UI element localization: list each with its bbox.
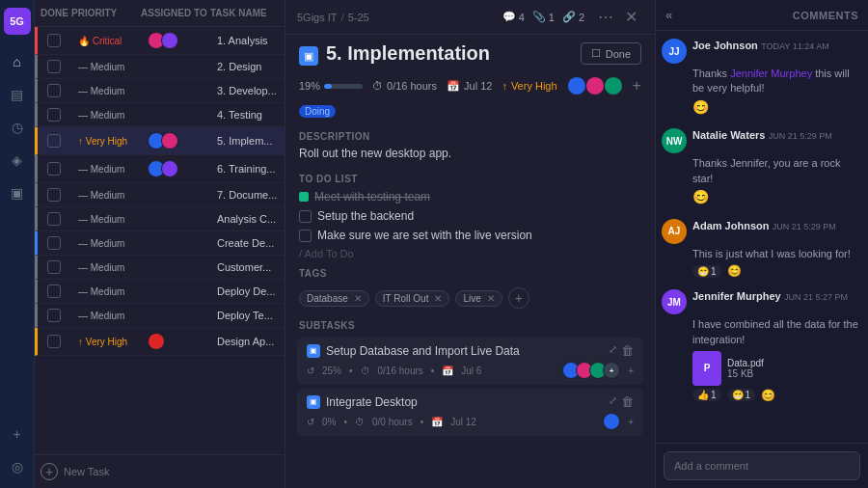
task-done-checkbox[interactable] bbox=[47, 188, 61, 202]
task-done-checkbox[interactable] bbox=[47, 212, 61, 226]
comment-author: Natalie Waters bbox=[692, 129, 765, 141]
task-done-checkbox[interactable] bbox=[47, 60, 61, 73]
assignees-meta[interactable] bbox=[567, 76, 623, 95]
task-done-checkbox[interactable] bbox=[47, 285, 61, 298]
links-action[interactable]: 🔗 2 bbox=[562, 11, 584, 23]
comment-mention[interactable]: Jennifer Murphey bbox=[730, 68, 812, 79]
task-done-checkbox[interactable] bbox=[47, 260, 61, 274]
subtask-add-assignee[interactable]: + bbox=[628, 417, 634, 427]
task-done-checkbox[interactable] bbox=[47, 309, 61, 322]
reaction-badge[interactable]: 👍1 bbox=[692, 389, 721, 401]
task-row[interactable]: — Medium Deploy De... bbox=[35, 280, 285, 304]
task-row[interactable]: — Medium 2. Design bbox=[35, 55, 285, 79]
done-checkbox-icon: ☐ bbox=[591, 47, 601, 60]
task-done-checkbox[interactable] bbox=[47, 84, 61, 97]
description-label: DESCRIPTION bbox=[285, 125, 655, 145]
todo-checkbox[interactable] bbox=[299, 230, 312, 242]
subtasks-label: SUBTASKS bbox=[285, 314, 655, 334]
priority-label: Very High bbox=[511, 80, 557, 92]
comment-emoji[interactable]: 😊 bbox=[692, 98, 862, 118]
task-done-checkbox[interactable] bbox=[47, 335, 61, 348]
tag-remove-icon[interactable]: ✕ bbox=[354, 293, 362, 304]
users-icon[interactable]: ◈ bbox=[4, 147, 31, 174]
todo-label: TO DO LIST bbox=[285, 168, 655, 187]
task-row[interactable]: — Medium 4. Testing bbox=[35, 103, 285, 127]
user-profile-icon[interactable]: ◎ bbox=[4, 453, 31, 480]
subtask-title[interactable]: Integrate Desktop bbox=[326, 395, 418, 409]
comment-text: Thanks Jennifer, you are a rock star! bbox=[692, 157, 840, 183]
reaction-badge[interactable]: 😁1 bbox=[727, 389, 756, 401]
reaction-icon[interactable]: 😊 bbox=[727, 264, 742, 278]
task-row[interactable]: ↑ Very High Design Ap... bbox=[35, 328, 285, 356]
tag-chip[interactable]: Live✕ bbox=[455, 290, 502, 307]
add-tag-button[interactable]: + bbox=[508, 287, 529, 309]
task-name: 5. Implem... bbox=[217, 135, 279, 147]
attachments-action[interactable]: 📎 1 bbox=[532, 11, 555, 23]
task-row[interactable]: — Medium Analysis C... bbox=[35, 207, 285, 231]
briefcase-icon[interactable]: ▣ bbox=[4, 179, 31, 206]
subtask-title[interactable]: Setup Database and Import Live Data bbox=[326, 344, 520, 358]
add-workspace-icon[interactable]: + bbox=[4, 420, 31, 447]
task-done-checkbox[interactable] bbox=[47, 162, 61, 176]
subtask-add-assignee[interactable]: + bbox=[628, 366, 634, 376]
hours-meta[interactable]: ⏱ 0/16 hours bbox=[372, 80, 437, 92]
breadcrumb-number[interactable]: 5-25 bbox=[348, 12, 369, 23]
home-icon[interactable]: ⌂ bbox=[4, 48, 31, 75]
priority-meta[interactable]: ↑ Very High bbox=[502, 80, 556, 92]
close-icon[interactable]: ✕ bbox=[619, 6, 643, 28]
task-title[interactable]: 5. Implementation bbox=[326, 42, 490, 65]
task-name: Customer... bbox=[217, 261, 279, 273]
reaction-badge[interactable]: 😁1 bbox=[692, 265, 721, 278]
reaction-icon[interactable]: 😊 bbox=[761, 389, 775, 402]
breadcrumb-project[interactable]: 5Gigs IT bbox=[297, 12, 338, 23]
tag-remove-icon[interactable]: ✕ bbox=[434, 293, 442, 304]
task-done-checkbox[interactable] bbox=[47, 134, 61, 148]
comment-icon: 💬 bbox=[502, 11, 516, 23]
task-done-checkbox[interactable] bbox=[47, 236, 61, 250]
comments-action[interactable]: 💬 4 bbox=[502, 11, 525, 23]
todo-item[interactable]: Make sure we are set with the live versi… bbox=[285, 226, 655, 245]
clock-icon[interactable]: ◷ bbox=[4, 114, 31, 141]
task-name: Analysis C... bbox=[217, 213, 279, 225]
task-row[interactable]: — Medium 6. Training... bbox=[35, 155, 285, 183]
tag-remove-icon[interactable]: ✕ bbox=[487, 293, 495, 304]
panel-toggle-icon[interactable]: « bbox=[665, 8, 673, 22]
subtask-delete-icon[interactable]: 🗑 bbox=[621, 343, 634, 358]
comment-header: AJ Adam Johnson JUN 21 5:29 PM bbox=[662, 219, 862, 244]
comment-attachment[interactable]: P Data.pdf 15 KB bbox=[662, 351, 862, 386]
task-done-checkbox[interactable] bbox=[47, 34, 61, 47]
status-badge[interactable]: Doing bbox=[299, 105, 336, 118]
date-meta[interactable]: 📅 Jul 12 bbox=[447, 80, 492, 93]
task-row[interactable]: — Medium Deploy Te... bbox=[35, 304, 285, 328]
todo-item[interactable]: Meet with testing team bbox=[285, 187, 655, 206]
subtask-delete-icon[interactable]: 🗑 bbox=[621, 394, 634, 409]
task-row[interactable]: — Medium Create De... bbox=[35, 231, 285, 256]
avatar bbox=[603, 413, 620, 430]
subtask-expand-icon[interactable]: ⤢ bbox=[609, 394, 617, 409]
comments-title: COMMENTS bbox=[793, 10, 858, 21]
task-row[interactable]: — Medium 3. Develop... bbox=[35, 79, 285, 103]
tag-chip[interactable]: IT Roll Out✕ bbox=[375, 290, 450, 307]
task-row[interactable]: — Medium Customer... bbox=[35, 256, 285, 280]
comment-input[interactable]: Add a comment bbox=[664, 451, 860, 480]
task-row[interactable]: 🔥 Critical 1. Analysis bbox=[35, 27, 285, 55]
task-done-checkbox[interactable] bbox=[47, 108, 61, 122]
progress-label: 19% bbox=[299, 80, 320, 92]
task-row[interactable]: — Medium 7. Docume... bbox=[35, 183, 285, 207]
add-assignee-icon[interactable]: + bbox=[633, 77, 641, 95]
task-row[interactable]: ↑ Very High 5. Implem... bbox=[35, 127, 285, 155]
inbox-icon[interactable]: ▤ bbox=[4, 81, 31, 108]
add-todo-button[interactable]: / Add To Do bbox=[285, 245, 655, 262]
more-options-icon[interactable]: ⋯ bbox=[592, 6, 619, 28]
subtask-cal-icon: 📅 bbox=[431, 417, 443, 427]
subtask-date: Jul 12 bbox=[450, 417, 476, 427]
tag-chip[interactable]: Database✕ bbox=[299, 290, 369, 307]
file-size: 15 KB bbox=[727, 368, 764, 379]
new-task-button[interactable]: + New Task bbox=[35, 454, 285, 488]
subtask-expand-icon[interactable]: ⤢ bbox=[609, 343, 617, 358]
comment-emoji[interactable]: 😊 bbox=[692, 188, 862, 207]
task-description[interactable]: Roll out the new desktop app. bbox=[285, 145, 655, 168]
todo-checkbox[interactable] bbox=[299, 210, 312, 223]
todo-item[interactable]: Setup the backend bbox=[285, 206, 655, 226]
done-button[interactable]: ☐ Done bbox=[581, 42, 641, 65]
